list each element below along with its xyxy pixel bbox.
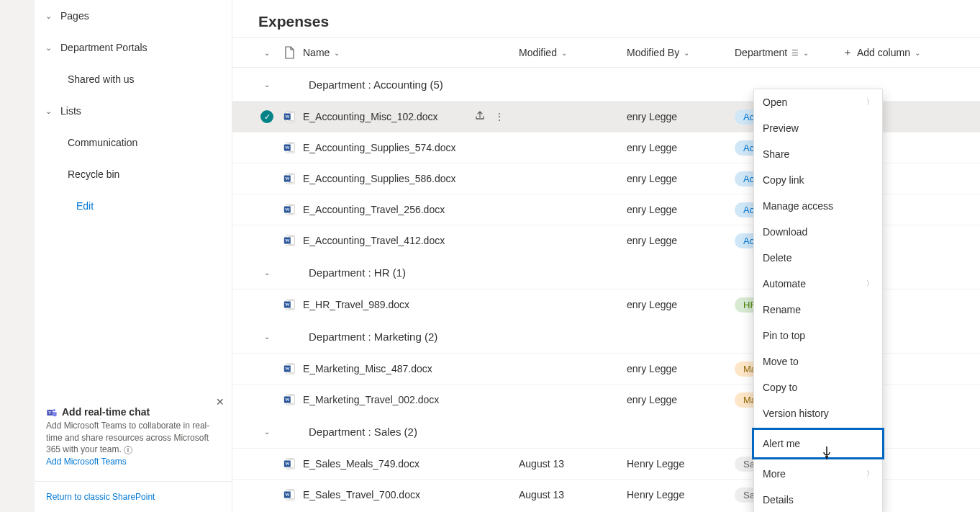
context-menu-preview[interactable]: Preview — [754, 115, 882, 141]
context-menu-details[interactable]: Details — [754, 487, 882, 512]
group-label: Department : Accounting (5) — [309, 78, 443, 91]
add-teams-link[interactable]: Add Microsoft Teams — [46, 456, 214, 468]
file-name[interactable]: E_Sales_Travel_700.docx — [303, 489, 420, 500]
chevron-down-icon: ⌄ — [915, 49, 920, 57]
file-name[interactable]: E_Accounting_Misc_102.docx — [303, 111, 438, 122]
svg-text:W: W — [285, 492, 290, 497]
chevron-down-icon: ⌄ — [684, 49, 689, 57]
page-title: Expenses — [232, 0, 980, 37]
word-icon: W — [276, 141, 303, 154]
selected-check-icon[interactable]: ✓ — [260, 110, 273, 123]
chevron-down-icon: ⌄ — [264, 428, 270, 436]
file-name[interactable]: E_Sales_Meals_749.docx — [303, 458, 419, 470]
context-menu-item-label: Download — [763, 226, 807, 238]
modified-by-cell[interactable]: enry Legge — [627, 235, 735, 246]
context-menu-copy-to[interactable]: Copy to — [754, 374, 882, 400]
column-header-department[interactable]: Department ☰ ⌄ — [735, 47, 843, 58]
expand-all-chevron[interactable]: ⌄ — [258, 49, 276, 57]
word-icon: W — [276, 203, 303, 216]
nav-pages[interactable]: ⌄ Pages — [35, 0, 232, 32]
modified-by-cell[interactable]: enry Legge — [627, 173, 735, 184]
chevron-right-icon: 〉 — [866, 279, 874, 289]
modified-by-cell[interactable]: enry Legge — [627, 299, 735, 310]
nav-item-label: Shared with us — [68, 73, 135, 85]
context-menu-item-label: Alert me — [763, 438, 800, 449]
share-icon[interactable] — [474, 110, 486, 124]
modified-by-cell[interactable]: Henry Legge — [627, 458, 735, 470]
list-header: ⌄ Name ⌄ Modified ⌄ Modified By ⌄ Depart… — [232, 37, 980, 68]
column-header-modified[interactable]: Modified ⌄ — [519, 47, 627, 58]
nav-edit-label: Edit — [50, 200, 94, 212]
context-menu-item-label: Manage access — [763, 200, 833, 212]
nav-item-label: Recycle bin — [68, 169, 119, 180]
svg-text:W: W — [285, 176, 290, 181]
file-name[interactable]: E_Accounting_Travel_412.docx — [303, 235, 445, 246]
more-icon[interactable]: ⋮ — [494, 111, 504, 122]
file-name[interactable]: E_Accounting_Travel_256.docx — [303, 204, 445, 215]
group-icon: ☰ — [791, 48, 799, 58]
context-menu-alert-me[interactable]: Alert me — [752, 428, 884, 459]
filetype-column-header[interactable] — [276, 46, 303, 59]
word-icon: W — [276, 172, 303, 185]
modified-by-cell[interactable]: enry Legge — [627, 111, 735, 122]
modified-by-cell[interactable]: enry Legge — [627, 204, 735, 215]
nav-edit[interactable]: Edit — [35, 190, 232, 222]
svg-text:W: W — [285, 302, 290, 307]
file-name[interactable]: E_Marketing_Misc_487.docx — [303, 363, 432, 374]
file-name[interactable]: E_HR_Travel_989.docx — [303, 299, 409, 310]
modified-by-cell[interactable]: enry Legge — [627, 142, 735, 153]
column-header-label: Name — [303, 47, 330, 58]
classic-sharepoint-link[interactable]: Return to classic SharePoint — [35, 481, 232, 512]
nav-item-label: Department Portals — [60, 42, 148, 53]
context-menu-pin-to-top[interactable]: Pin to top — [754, 323, 882, 349]
column-header-name[interactable]: Name ⌄ — [303, 47, 519, 58]
context-menu-delete[interactable]: Delete — [754, 245, 882, 271]
nav-communication[interactable]: Communication — [35, 127, 232, 158]
modified-by-cell[interactable]: enry Legge — [627, 363, 735, 374]
context-menu-download[interactable]: Download — [754, 219, 882, 245]
chevron-down-icon: ⌄ — [561, 49, 567, 57]
context-menu-version-history[interactable]: Version history — [754, 400, 882, 426]
context-menu-more[interactable]: More〉 — [754, 461, 882, 487]
nav-recycle-bin[interactable]: Recycle bin — [35, 158, 232, 190]
context-menu-copy-link[interactable]: Copy link — [754, 167, 882, 193]
context-menu-move-to[interactable]: Move to — [754, 349, 882, 374]
context-menu-rename[interactable]: Rename — [754, 297, 882, 323]
file-name[interactable]: E_Marketing_Travel_002.docx — [303, 394, 439, 405]
context-menu-manage-access[interactable]: Manage access — [754, 193, 882, 219]
chevron-down-icon: ⌄ — [334, 49, 340, 57]
chevron-down-icon: ⌄ — [803, 49, 809, 57]
word-icon: W — [276, 110, 303, 123]
column-header-modified-by[interactable]: Modified By ⌄ — [627, 47, 735, 58]
column-header-label: Modified — [519, 47, 557, 58]
nav-shared-with-us[interactable]: Shared with us — [35, 63, 232, 95]
chevron-right-icon: 〉 — [866, 97, 874, 107]
file-name[interactable]: E_Accounting_Supplies_586.docx — [303, 173, 456, 184]
word-icon: W — [276, 234, 303, 247]
file-name[interactable]: E_Accounting_Supplies_574.docx — [303, 142, 456, 153]
svg-text:T: T — [48, 410, 51, 415]
modified-by-cell[interactable]: Henry Legge — [627, 489, 735, 500]
svg-text:W: W — [285, 366, 290, 371]
add-column-button[interactable]: ＋ Add column ⌄ — [843, 46, 920, 59]
promo-title-text: Add real-time chat — [62, 405, 150, 420]
nav-department-portals[interactable]: ⌄ Department Portals — [35, 32, 232, 63]
chevron-down-icon: ⌄ — [264, 81, 270, 89]
info-icon[interactable]: i — [124, 446, 132, 454]
context-menu-item-label: Pin to top — [763, 330, 805, 341]
modified-by-cell[interactable]: enry Legge — [627, 394, 735, 405]
context-menu-share[interactable]: Share — [754, 141, 882, 167]
context-menu-automate[interactable]: Automate〉 — [754, 271, 882, 297]
context-menu-open[interactable]: Open〉 — [754, 89, 882, 115]
svg-point-2 — [53, 409, 55, 411]
teams-icon: T — [46, 407, 58, 418]
word-icon: W — [276, 362, 303, 375]
main: Expenses ⌄ Name ⌄ Modified ⌄ Modified By… — [232, 0, 980, 512]
nav-lists[interactable]: ⌄ Lists — [35, 95, 232, 127]
close-icon[interactable]: ✕ — [216, 395, 224, 410]
context-menu-item-label: Automate — [763, 278, 806, 289]
svg-text:W: W — [285, 461, 290, 466]
context-menu-item-label: More — [763, 468, 786, 480]
teams-promo: ✕ T Add real-time chat Add Microsoft Tea… — [46, 400, 220, 474]
sidebar: ⌄ Pages ⌄ Department Portals Shared with… — [35, 0, 232, 512]
